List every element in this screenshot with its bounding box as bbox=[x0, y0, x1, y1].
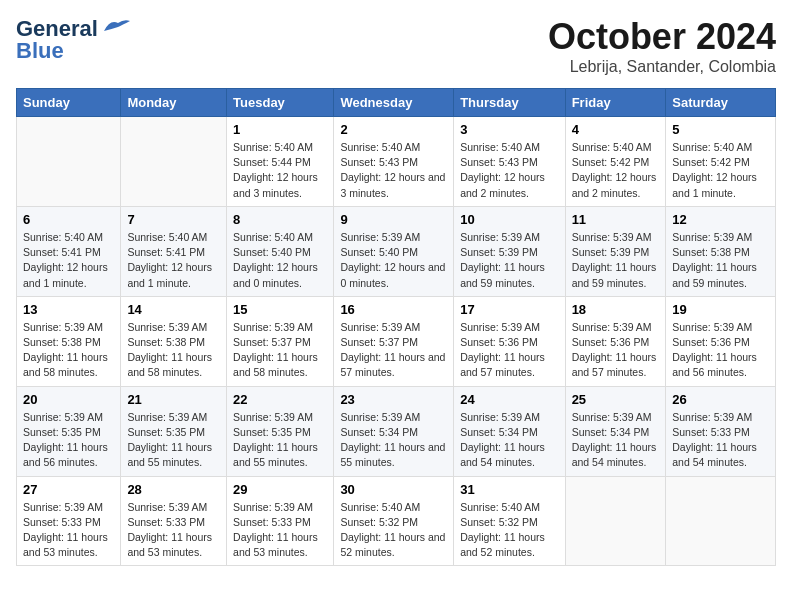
header-day-friday: Friday bbox=[565, 89, 666, 117]
day-number: 30 bbox=[340, 482, 447, 497]
calendar-cell: 7Sunrise: 5:40 AM Sunset: 5:41 PM Daylig… bbox=[121, 206, 227, 296]
day-number: 15 bbox=[233, 302, 327, 317]
day-info: Sunrise: 5:39 AM Sunset: 5:36 PM Dayligh… bbox=[572, 320, 660, 381]
day-info: Sunrise: 5:39 AM Sunset: 5:35 PM Dayligh… bbox=[233, 410, 327, 471]
day-number: 22 bbox=[233, 392, 327, 407]
day-number: 31 bbox=[460, 482, 558, 497]
day-number: 28 bbox=[127, 482, 220, 497]
calendar-cell: 12Sunrise: 5:39 AM Sunset: 5:38 PM Dayli… bbox=[666, 206, 776, 296]
title-section: October 2024 Lebrija, Santander, Colombi… bbox=[548, 16, 776, 76]
calendar-table: SundayMondayTuesdayWednesdayThursdayFrid… bbox=[16, 88, 776, 566]
day-info: Sunrise: 5:39 AM Sunset: 5:37 PM Dayligh… bbox=[340, 320, 447, 381]
day-info: Sunrise: 5:39 AM Sunset: 5:33 PM Dayligh… bbox=[672, 410, 769, 471]
header-day-sunday: Sunday bbox=[17, 89, 121, 117]
page-header: General Blue October 2024 Lebrija, Santa… bbox=[16, 16, 776, 76]
calendar-cell bbox=[565, 476, 666, 566]
day-number: 10 bbox=[460, 212, 558, 227]
calendar-cell: 21Sunrise: 5:39 AM Sunset: 5:35 PM Dayli… bbox=[121, 386, 227, 476]
day-info: Sunrise: 5:40 AM Sunset: 5:44 PM Dayligh… bbox=[233, 140, 327, 201]
header-day-tuesday: Tuesday bbox=[227, 89, 334, 117]
day-number: 2 bbox=[340, 122, 447, 137]
day-number: 26 bbox=[672, 392, 769, 407]
day-number: 20 bbox=[23, 392, 114, 407]
day-info: Sunrise: 5:39 AM Sunset: 5:37 PM Dayligh… bbox=[233, 320, 327, 381]
day-number: 17 bbox=[460, 302, 558, 317]
calendar-cell: 3Sunrise: 5:40 AM Sunset: 5:43 PM Daylig… bbox=[454, 117, 565, 207]
calendar-cell: 20Sunrise: 5:39 AM Sunset: 5:35 PM Dayli… bbox=[17, 386, 121, 476]
day-number: 18 bbox=[572, 302, 660, 317]
calendar-header: SundayMondayTuesdayWednesdayThursdayFrid… bbox=[17, 89, 776, 117]
calendar-cell: 22Sunrise: 5:39 AM Sunset: 5:35 PM Dayli… bbox=[227, 386, 334, 476]
day-info: Sunrise: 5:39 AM Sunset: 5:40 PM Dayligh… bbox=[340, 230, 447, 291]
calendar-cell: 30Sunrise: 5:40 AM Sunset: 5:32 PM Dayli… bbox=[334, 476, 454, 566]
month-title: October 2024 bbox=[548, 16, 776, 58]
calendar-cell: 26Sunrise: 5:39 AM Sunset: 5:33 PM Dayli… bbox=[666, 386, 776, 476]
day-info: Sunrise: 5:40 AM Sunset: 5:32 PM Dayligh… bbox=[340, 500, 447, 561]
day-number: 12 bbox=[672, 212, 769, 227]
day-info: Sunrise: 5:39 AM Sunset: 5:33 PM Dayligh… bbox=[127, 500, 220, 561]
calendar-cell: 2Sunrise: 5:40 AM Sunset: 5:43 PM Daylig… bbox=[334, 117, 454, 207]
day-info: Sunrise: 5:39 AM Sunset: 5:39 PM Dayligh… bbox=[572, 230, 660, 291]
calendar-cell: 10Sunrise: 5:39 AM Sunset: 5:39 PM Dayli… bbox=[454, 206, 565, 296]
calendar-cell bbox=[17, 117, 121, 207]
calendar-cell: 4Sunrise: 5:40 AM Sunset: 5:42 PM Daylig… bbox=[565, 117, 666, 207]
day-number: 19 bbox=[672, 302, 769, 317]
day-info: Sunrise: 5:39 AM Sunset: 5:39 PM Dayligh… bbox=[460, 230, 558, 291]
day-number: 6 bbox=[23, 212, 114, 227]
calendar-cell: 13Sunrise: 5:39 AM Sunset: 5:38 PM Dayli… bbox=[17, 296, 121, 386]
logo: General Blue bbox=[16, 16, 132, 64]
day-number: 1 bbox=[233, 122, 327, 137]
calendar-cell: 8Sunrise: 5:40 AM Sunset: 5:40 PM Daylig… bbox=[227, 206, 334, 296]
day-number: 9 bbox=[340, 212, 447, 227]
header-day-saturday: Saturday bbox=[666, 89, 776, 117]
calendar-cell bbox=[666, 476, 776, 566]
day-info: Sunrise: 5:39 AM Sunset: 5:35 PM Dayligh… bbox=[127, 410, 220, 471]
day-info: Sunrise: 5:40 AM Sunset: 5:41 PM Dayligh… bbox=[23, 230, 114, 291]
calendar-cell: 19Sunrise: 5:39 AM Sunset: 5:36 PM Dayli… bbox=[666, 296, 776, 386]
calendar-body: 1Sunrise: 5:40 AM Sunset: 5:44 PM Daylig… bbox=[17, 117, 776, 566]
logo-blue: Blue bbox=[16, 38, 64, 64]
calendar-cell: 5Sunrise: 5:40 AM Sunset: 5:42 PM Daylig… bbox=[666, 117, 776, 207]
header-row: SundayMondayTuesdayWednesdayThursdayFrid… bbox=[17, 89, 776, 117]
day-number: 21 bbox=[127, 392, 220, 407]
day-number: 4 bbox=[572, 122, 660, 137]
calendar-cell: 9Sunrise: 5:39 AM Sunset: 5:40 PM Daylig… bbox=[334, 206, 454, 296]
header-day-wednesday: Wednesday bbox=[334, 89, 454, 117]
header-day-monday: Monday bbox=[121, 89, 227, 117]
calendar-cell: 1Sunrise: 5:40 AM Sunset: 5:44 PM Daylig… bbox=[227, 117, 334, 207]
day-info: Sunrise: 5:40 AM Sunset: 5:43 PM Dayligh… bbox=[340, 140, 447, 201]
calendar-cell: 25Sunrise: 5:39 AM Sunset: 5:34 PM Dayli… bbox=[565, 386, 666, 476]
day-number: 3 bbox=[460, 122, 558, 137]
day-number: 27 bbox=[23, 482, 114, 497]
day-number: 7 bbox=[127, 212, 220, 227]
day-info: Sunrise: 5:39 AM Sunset: 5:33 PM Dayligh… bbox=[23, 500, 114, 561]
day-info: Sunrise: 5:40 AM Sunset: 5:43 PM Dayligh… bbox=[460, 140, 558, 201]
day-number: 11 bbox=[572, 212, 660, 227]
day-info: Sunrise: 5:39 AM Sunset: 5:38 PM Dayligh… bbox=[127, 320, 220, 381]
logo-bird-icon bbox=[100, 17, 132, 37]
day-info: Sunrise: 5:39 AM Sunset: 5:38 PM Dayligh… bbox=[672, 230, 769, 291]
week-row-3: 13Sunrise: 5:39 AM Sunset: 5:38 PM Dayli… bbox=[17, 296, 776, 386]
calendar-cell: 24Sunrise: 5:39 AM Sunset: 5:34 PM Dayli… bbox=[454, 386, 565, 476]
week-row-4: 20Sunrise: 5:39 AM Sunset: 5:35 PM Dayli… bbox=[17, 386, 776, 476]
day-info: Sunrise: 5:39 AM Sunset: 5:34 PM Dayligh… bbox=[572, 410, 660, 471]
calendar-cell: 23Sunrise: 5:39 AM Sunset: 5:34 PM Dayli… bbox=[334, 386, 454, 476]
week-row-5: 27Sunrise: 5:39 AM Sunset: 5:33 PM Dayli… bbox=[17, 476, 776, 566]
calendar-cell: 29Sunrise: 5:39 AM Sunset: 5:33 PM Dayli… bbox=[227, 476, 334, 566]
calendar-cell: 15Sunrise: 5:39 AM Sunset: 5:37 PM Dayli… bbox=[227, 296, 334, 386]
day-info: Sunrise: 5:39 AM Sunset: 5:38 PM Dayligh… bbox=[23, 320, 114, 381]
calendar-cell: 14Sunrise: 5:39 AM Sunset: 5:38 PM Dayli… bbox=[121, 296, 227, 386]
day-info: Sunrise: 5:39 AM Sunset: 5:34 PM Dayligh… bbox=[340, 410, 447, 471]
day-info: Sunrise: 5:40 AM Sunset: 5:42 PM Dayligh… bbox=[672, 140, 769, 201]
week-row-1: 1Sunrise: 5:40 AM Sunset: 5:44 PM Daylig… bbox=[17, 117, 776, 207]
day-info: Sunrise: 5:39 AM Sunset: 5:36 PM Dayligh… bbox=[672, 320, 769, 381]
calendar-cell: 16Sunrise: 5:39 AM Sunset: 5:37 PM Dayli… bbox=[334, 296, 454, 386]
day-number: 14 bbox=[127, 302, 220, 317]
day-info: Sunrise: 5:39 AM Sunset: 5:35 PM Dayligh… bbox=[23, 410, 114, 471]
location-subtitle: Lebrija, Santander, Colombia bbox=[548, 58, 776, 76]
day-number: 5 bbox=[672, 122, 769, 137]
calendar-cell: 17Sunrise: 5:39 AM Sunset: 5:36 PM Dayli… bbox=[454, 296, 565, 386]
day-info: Sunrise: 5:40 AM Sunset: 5:41 PM Dayligh… bbox=[127, 230, 220, 291]
header-day-thursday: Thursday bbox=[454, 89, 565, 117]
day-info: Sunrise: 5:40 AM Sunset: 5:32 PM Dayligh… bbox=[460, 500, 558, 561]
